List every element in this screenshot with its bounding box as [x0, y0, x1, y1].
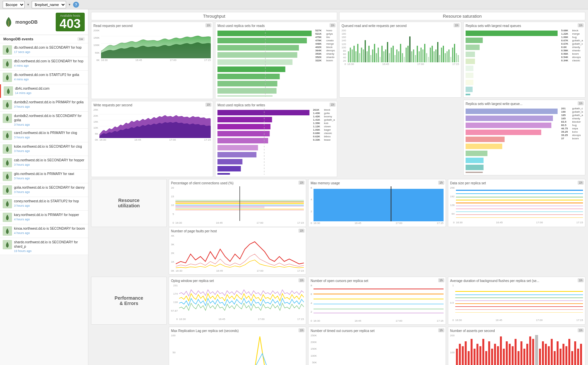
read-rps-chart-area: 200K150K100K50K0K: [93, 29, 211, 62]
svg-rect-111: [466, 80, 473, 85]
reads-legend-area: 527Khooo 521Kgolya 479Ktrio 479Kcreato 4…: [217, 29, 335, 97]
bg-flushes-title: Average duration of background flushes p…: [450, 279, 583, 283]
resource-saturation-header: Resource saturation: [339, 12, 585, 20]
event-text: db.northwest.dd.com is SECONDARY for hop: [14, 45, 85, 50]
largest-read-queues-panel: Replica sets with largest read queues 1h: [463, 22, 585, 98]
perf-row2-spacer: [91, 327, 167, 365]
help-button[interactable]: ?: [73, 2, 79, 8]
replset-arrow: ▼: [68, 3, 71, 6]
svg-rect-74: [404, 57, 405, 63]
pct-connections-title: Percentage of client connections used (%…: [171, 181, 304, 185]
svg-rect-121: [466, 158, 484, 163]
svg-rect-50: [359, 53, 360, 63]
oplog-title: Oplog window per replica set: [171, 279, 304, 283]
svg-rect-172: [482, 339, 484, 365]
throughput-grid: Read requests per second 1h 200K150K100K…: [91, 22, 337, 177]
event-text: db3.northwest.dd.com is SECONDARY for ho…: [14, 59, 85, 63]
pct-connections-panel: Percentage of client connections used (%…: [169, 179, 306, 227]
read-rps-chart: 16:3016:4517:0017:15: [101, 29, 211, 62]
asserts-y-axis: 2001000: [450, 334, 455, 365]
throughput-title: Throughput: [203, 14, 225, 19]
scope-select[interactable]: $scope: [3, 1, 25, 8]
page-faults-panel: Number of page faults per host 1h 4K3K2K…: [169, 227, 306, 275]
throughput-header: Throughput: [91, 12, 337, 20]
event-text: db4c.northwest.dd.com: [15, 86, 85, 91]
svg-rect-46: [352, 49, 353, 62]
sidebar: mongoDB Available hosts 403 MongoDB even…: [0, 9, 88, 365]
open-cursors-chart-area: 86420 16:30: [311, 284, 443, 322]
svg-rect-18: [217, 31, 312, 36]
svg-rect-98: [449, 49, 450, 62]
page-faults-row: Number of page faults per host 1h 4K3K2K…: [91, 227, 585, 275]
svg-rect-40: [217, 159, 242, 164]
svg-rect-198: [560, 349, 562, 365]
svg-rect-197: [557, 341, 559, 365]
event-avatar: [3, 240, 12, 249]
read-rps-badge: 1h: [205, 23, 211, 27]
svg-rect-24: [217, 74, 280, 79]
svg-rect-115: [466, 115, 553, 121]
event-avatar: [3, 172, 12, 181]
event-text: cab.northwest.dd.io is SECONDARY for hop…: [14, 158, 85, 162]
svg-rect-27: [217, 95, 272, 97]
oplog-chart-area: 23117411657.870 16:3016:4517: [171, 284, 304, 321]
svg-rect-87: [428, 57, 429, 63]
svg-rect-99: [450, 57, 451, 63]
open-cursors-axis-labels: 16:3016:4517:0017:15: [314, 319, 444, 322]
event-content: coney.northwest.dd.io is STARTUP2 for ho…: [14, 199, 85, 207]
event-content: kary.northwest.dd.io is PRIMARY for hopp…: [14, 213, 85, 221]
data-size-panel: Data size per replica set 1h 25619212864…: [448, 179, 585, 227]
svg-rect-47: [354, 46, 355, 62]
svg-rect-180: [506, 341, 508, 365]
svg-rect-194: [548, 346, 550, 365]
toolbar: $scope ▼ $replset_name ▼ ?: [0, 0, 588, 9]
svg-rect-59: [376, 53, 377, 63]
svg-rect-177: [497, 346, 499, 365]
oplog-y-axis: 23117411657.870: [171, 284, 178, 321]
svg-rect-94: [441, 48, 442, 63]
svg-rect-42: [217, 173, 230, 175]
bg-flushes-panel: Average duration of background flushes p…: [448, 277, 585, 325]
queued-rw-chart: 16:3016:4517:0017:15: [347, 29, 459, 66]
svg-rect-36: [217, 131, 270, 136]
svg-rect-54: [367, 51, 368, 62]
timed-out-cursors-y-axis: 250K200K150K100K50K0K: [311, 334, 318, 365]
data-size-svg: [456, 186, 583, 221]
svg-rect-76: [408, 46, 409, 62]
pct-connections-chart-area: 20151050: [171, 186, 304, 224]
max-memory-y-axis: 6420: [311, 186, 313, 225]
read-queues-bars: [466, 29, 559, 95]
svg-rect-89: [432, 46, 433, 62]
event-text: kinoa.northwest.dd.io is SECONDARY for b…: [14, 226, 85, 231]
event-avatar: [3, 59, 12, 68]
svg-rect-170: [477, 344, 479, 365]
replset-select[interactable]: $replset_name: [32, 1, 66, 8]
event-item: db.northwest.dd.com is SECONDARY for hop…: [0, 43, 88, 57]
content-area: Throughput Read requests per second 1h 2…: [88, 9, 588, 365]
svg-rect-58: [374, 44, 375, 63]
open-cursors-svg: [314, 284, 444, 319]
perf-row2: Max Replication Lag per replica set (sec…: [91, 327, 585, 365]
mongo-logo-text: mongoDB: [15, 19, 38, 25]
events-list[interactable]: db.northwest.dd.com is SECONDARY for hop…: [0, 43, 88, 365]
perf-section: Performance& Errors Oplog window per rep…: [91, 277, 585, 365]
svg-rect-205: [580, 344, 582, 365]
svg-rect-39: [217, 152, 256, 157]
svg-rect-73: [402, 53, 403, 63]
svg-rect-53: [365, 40, 366, 62]
event-text: care3.northwest.dd.io is PRIMARY for clo…: [14, 131, 85, 135]
max-memory-svg: [314, 186, 444, 221]
svg-rect-75: [406, 48, 407, 63]
event-avatar: [3, 73, 12, 82]
most-used-writes-badge: 1h: [330, 103, 336, 107]
open-cursors-panel: Number of open cursors per replica set 1…: [308, 277, 446, 325]
svg-rect-48: [356, 51, 357, 62]
svg-rect-56: [371, 55, 372, 62]
svg-rect-60: [378, 48, 379, 63]
max-memory-panel: Max memory usage 1h 6420 16:3016:4517:00: [308, 179, 446, 227]
open-cursors-chart: 16:3016:4517:0017:15: [314, 284, 444, 322]
data-size-badge: 1h: [578, 181, 584, 185]
event-time: 4 mins ago: [14, 78, 85, 81]
oplog-axis-labels: 16:3016:4517:0017:15: [179, 318, 304, 321]
svg-rect-72: [400, 44, 401, 63]
